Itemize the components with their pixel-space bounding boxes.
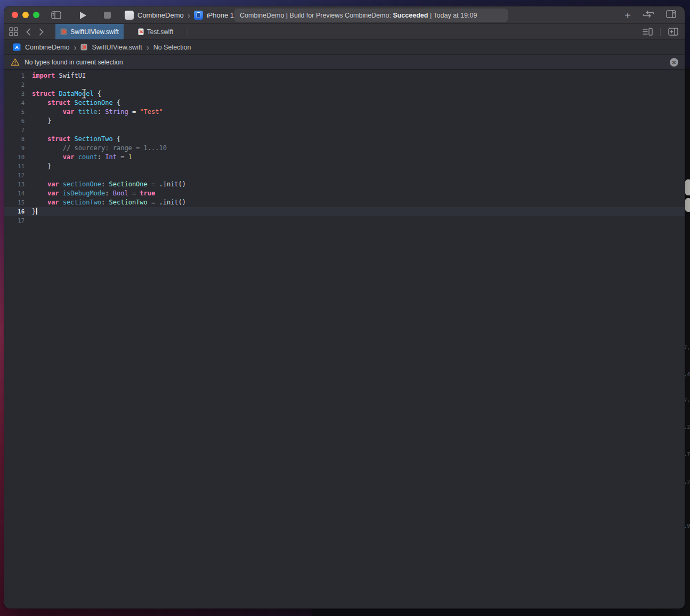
scheme-selector[interactable]: CombineDemo › iPhone 12 (125, 6, 238, 24)
toolbar-right-controls: + (624, 6, 676, 24)
navigator-sidebar-toggle-button[interactable] (49, 6, 63, 24)
line-number[interactable]: 16 (4, 207, 28, 216)
code-text[interactable]: struct DataModel { (28, 89, 101, 98)
background-window-artifact (685, 179, 690, 195)
tab-bar-divider (660, 28, 661, 36)
code-text[interactable]: struct SectionOne { (28, 98, 120, 108)
adjust-editor-options-icon[interactable] (643, 28, 653, 36)
line-number[interactable]: 11 (4, 162, 28, 171)
background-window-text: 7, (684, 345, 690, 350)
code-review-button[interactable] (643, 10, 654, 20)
code-line[interactable]: 1import SwiftUI (4, 71, 685, 80)
code-line[interactable]: 16} (4, 207, 685, 216)
line-number[interactable]: 1 (4, 71, 28, 80)
code-line[interactable]: 15 var sectionTwo: SectionTwo = .init() (4, 198, 685, 207)
line-number[interactable]: 5 (4, 108, 28, 117)
tab-bar-right-controls (643, 24, 685, 39)
zoom-window-button[interactable] (33, 12, 39, 18)
background-window-text: ,7 (684, 451, 690, 457)
line-number[interactable]: 12 (4, 171, 28, 180)
breadcrumb-separator: › (74, 42, 76, 53)
scheme-name[interactable]: CombineDemo (137, 11, 184, 19)
line-number[interactable]: 15 (4, 198, 28, 207)
close-window-button[interactable] (12, 12, 18, 18)
status-result: Succeeded (393, 12, 428, 19)
line-number[interactable]: 13 (4, 180, 28, 189)
breadcrumb-separator: › (147, 42, 149, 53)
code-text[interactable]: } (28, 207, 37, 216)
minimize-window-button[interactable] (22, 12, 29, 18)
background-window-text: ,9 (684, 523, 690, 529)
line-number[interactable]: 7 (4, 126, 28, 135)
play-icon (79, 11, 87, 20)
code-line[interactable]: 6 } (4, 117, 685, 126)
background-window-text: ,4 (684, 372, 690, 377)
code-line[interactable]: 3struct DataModel { (4, 89, 685, 98)
code-text[interactable]: var sectionOne: SectionOne = .init() (28, 180, 186, 189)
code-line[interactable]: 12 (4, 171, 685, 180)
close-icon: ✕ (672, 60, 676, 65)
stop-button[interactable] (102, 6, 112, 24)
tab-swiftuiview[interactable]: SwiftUIView.swift (55, 24, 124, 39)
background-window-text: 7,8 (684, 397, 690, 403)
code-line[interactable]: 5 var title: String = "Test" (4, 108, 685, 117)
code-line[interactable]: 10 var count: Int = 1 (4, 153, 685, 162)
inspector-sidebar-toggle-button[interactable] (666, 10, 676, 20)
status-text-post: | Today at 19:09 (428, 12, 477, 19)
tab-label: Test.swift (147, 28, 173, 36)
back-navigation-icon[interactable] (26, 28, 31, 36)
run-button[interactable] (78, 6, 88, 24)
text-caret (36, 208, 37, 215)
line-number[interactable]: 3 (4, 89, 28, 98)
code-line[interactable]: 2 (4, 80, 685, 89)
code-line[interactable]: 14 var isDebugMode: Bool = true (4, 189, 685, 198)
editor-overview-icon[interactable] (9, 27, 18, 36)
run-destination[interactable]: iPhone 12 (207, 11, 238, 19)
line-number[interactable]: 6 (4, 117, 28, 126)
code-text[interactable]: import SwiftUI (28, 71, 86, 80)
line-number[interactable]: 2 (4, 80, 28, 89)
code-line[interactable]: 4 struct SectionOne { (4, 98, 685, 108)
line-number[interactable]: 4 (4, 98, 28, 108)
activity-status-view[interactable]: CombineDemo | Build for Previews Combine… (234, 9, 508, 22)
line-number[interactable]: 9 (4, 144, 28, 153)
line-number[interactable]: 14 (4, 189, 28, 198)
code-text[interactable]: struct SectionTwo { (28, 135, 120, 144)
code-text[interactable]: } (28, 162, 51, 171)
background-window-edge (312, 607, 690, 616)
code-line[interactable]: 11 } (4, 162, 685, 171)
code-line[interactable]: 8 struct SectionTwo { (4, 135, 685, 144)
code-line[interactable]: 9 // sourcery: range = 1...10 (4, 144, 685, 153)
warning-message: No types found in current selection (25, 59, 123, 66)
code-text[interactable]: // sourcery: range = 1...10 (28, 144, 167, 153)
scheme-app-icon (125, 11, 134, 20)
code-line[interactable]: 17 (4, 216, 685, 225)
close-warning-button[interactable]: ✕ (670, 58, 678, 67)
svg-text:A: A (15, 45, 19, 50)
breadcrumb-item-selection[interactable]: No Selection (153, 44, 191, 51)
status-text-pre: CombineDemo | Build for Previews Combine… (240, 12, 393, 19)
line-number[interactable]: 10 (4, 153, 28, 162)
line-number[interactable]: 17 (4, 216, 28, 225)
code-line[interactable]: 13 var sectionOne: SectionOne = .init() (4, 180, 685, 189)
library-add-button[interactable]: + (624, 10, 631, 21)
desktop: 7,,47,8,2,7,2,9 (0, 0, 690, 616)
forward-navigation-icon[interactable] (39, 28, 44, 36)
breadcrumb-item-project[interactable]: CombineDemo (25, 44, 69, 51)
code-text[interactable]: var title: String = "Test" (28, 108, 163, 117)
tab-divider (188, 28, 188, 36)
source-editor[interactable]: 1import SwiftUI23struct DataModel {4 str… (4, 70, 685, 609)
compare-arrows-icon (643, 10, 654, 18)
code-text[interactable]: var isDebugMode: Bool = true (28, 189, 155, 198)
breadcrumb-item-file[interactable]: SwiftUIView.swift (92, 44, 142, 51)
line-number[interactable]: 8 (4, 135, 28, 144)
add-editor-icon[interactable] (668, 28, 678, 36)
tab-label: SwiftUIView.swift (70, 28, 118, 36)
code-line[interactable]: 7 (4, 126, 685, 135)
background-window-strip: 7,,47,8,2,7,2,9 (684, 68, 690, 616)
code-text[interactable]: var count: Int = 1 (28, 153, 132, 162)
tab-test[interactable]: Test.swift (124, 24, 188, 39)
code-text[interactable]: } (28, 117, 51, 126)
inspector-icon (666, 10, 676, 18)
code-text[interactable]: var sectionTwo: SectionTwo = .init() (28, 198, 186, 207)
